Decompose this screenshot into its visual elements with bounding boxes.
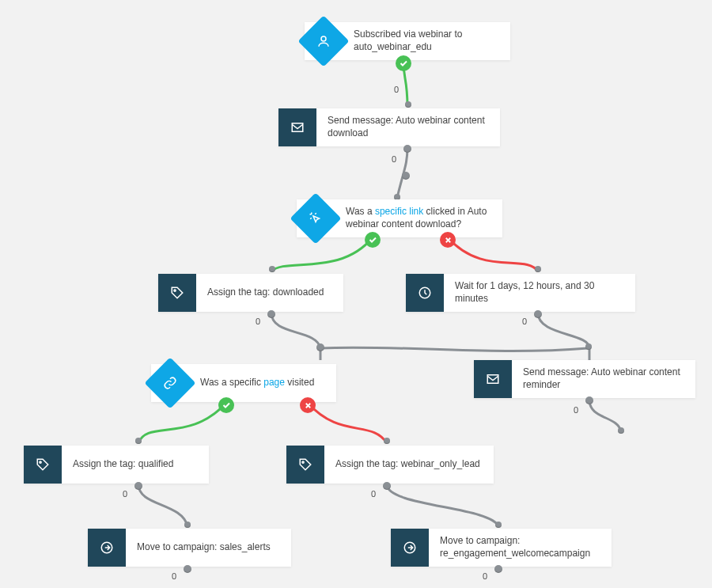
- count-label: 0: [254, 317, 262, 326]
- action-tag-downloaded-label: Assign the tag: downloaded: [196, 274, 343, 312]
- action-move-sales[interactable]: Move to campaign: sales_alerts: [88, 529, 291, 567]
- arrow-circle-icon: [391, 529, 429, 567]
- connector-dot: [585, 396, 593, 404]
- check-badge: [365, 232, 381, 248]
- connector-dot: [383, 482, 391, 490]
- connector-dot: [134, 482, 142, 490]
- count-label: 0: [481, 571, 489, 581]
- arrow-circle-icon: [88, 529, 126, 567]
- action-send-reminder-label: Send message: Auto webinar content remin…: [512, 360, 695, 398]
- svg-point-2: [174, 290, 176, 291]
- connector-dot: [618, 427, 624, 434]
- tag-icon: [286, 446, 324, 484]
- count-label: 0: [390, 154, 398, 164]
- connector-dot: [585, 343, 592, 350]
- action-wait-label: Wait for 1 days, 12 hours, and 30 minute…: [444, 274, 635, 312]
- action-tag-webinar-lead[interactable]: Assign the tag: webinar_only_lead: [286, 446, 494, 484]
- action-send-reminder[interactable]: Send message: Auto webinar content remin…: [474, 360, 695, 398]
- action-tag-webinar-lead-label: Assign the tag: webinar_only_lead: [324, 446, 494, 484]
- action-tag-qualified[interactable]: Assign the tag: qualified: [24, 446, 209, 484]
- trigger-subscribed-label: Subscribed via webinar to auto_webinar_e…: [343, 22, 510, 60]
- action-tag-qualified-label: Assign the tag: qualified: [62, 446, 209, 484]
- count-label: 0: [170, 571, 178, 581]
- action-wait[interactable]: Wait for 1 days, 12 hours, and 30 minute…: [406, 274, 635, 312]
- action-send-download[interactable]: Send message: Auto webinar content downl…: [278, 108, 500, 146]
- connector-dot: [534, 310, 542, 318]
- count-label: 0: [121, 489, 129, 499]
- count-label: 0: [572, 405, 580, 415]
- connector-dot: [494, 565, 502, 573]
- tag-icon: [24, 446, 62, 484]
- count-label: 0: [392, 85, 400, 94]
- cross-badge: [440, 232, 456, 248]
- action-send-download-label: Send message: Auto webinar content downl…: [316, 108, 500, 146]
- cursor-click-icon: [297, 199, 335, 237]
- svg-point-5: [40, 461, 41, 463]
- action-tag-downloaded[interactable]: Assign the tag: downloaded: [158, 274, 343, 312]
- action-move-sales-label: Move to campaign: sales_alerts: [126, 529, 291, 567]
- count-label: 0: [521, 317, 528, 326]
- action-move-reengagement[interactable]: Move to campaign: re_engagement_welcomec…: [391, 529, 612, 567]
- connector-dot: [184, 565, 191, 573]
- action-move-reengagement-label: Move to campaign: re_engagement_welcomec…: [429, 529, 612, 567]
- condition-specific-link-label: Was a specific link clicked in Auto webi…: [335, 199, 502, 237]
- svg-rect-4: [487, 375, 498, 384]
- condition-page-visited-label: Was a specific page visited: [189, 364, 336, 402]
- connector-dot: [269, 266, 275, 272]
- svg-rect-1: [292, 123, 303, 132]
- connector-dot: [403, 145, 411, 153]
- connector-dot: [405, 101, 411, 108]
- envelope-icon: [278, 108, 316, 146]
- connector-dot: [135, 438, 142, 444]
- envelope-icon: [474, 360, 512, 398]
- connector-dot: [316, 343, 324, 351]
- connector-dot: [402, 172, 410, 180]
- clock-icon: [406, 274, 444, 312]
- connector-dot: [535, 266, 541, 272]
- connector-dot: [495, 522, 502, 528]
- check-badge: [396, 55, 411, 71]
- svg-point-0: [321, 36, 326, 41]
- connector-dot: [384, 438, 390, 444]
- person-icon: [305, 22, 343, 60]
- tag-icon: [158, 274, 196, 312]
- count-label: 0: [369, 489, 377, 499]
- connector-dot: [267, 310, 275, 318]
- trigger-subscribed[interactable]: Subscribed via webinar to auto_webinar_e…: [305, 22, 510, 60]
- svg-point-6: [302, 461, 304, 463]
- link-icon: [151, 364, 189, 402]
- condition-specific-link[interactable]: Was a specific link clicked in Auto webi…: [297, 199, 502, 237]
- check-badge: [218, 397, 234, 413]
- condition-page-visited[interactable]: Was a specific page visited: [151, 364, 336, 402]
- cross-badge: [300, 397, 316, 413]
- connector-dot: [184, 522, 191, 528]
